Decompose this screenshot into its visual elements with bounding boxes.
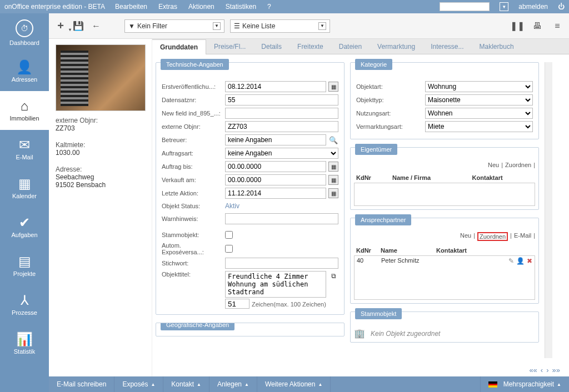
- pager-prev[interactable]: ‹: [541, 366, 543, 374]
- anspr-neu-link[interactable]: Neu: [460, 232, 471, 241]
- menu-bearbeiten[interactable]: Bearbeiten: [115, 3, 147, 11]
- newfield-input[interactable]: [225, 108, 338, 119]
- sidebar-item-projekte[interactable]: ▤Projekte: [0, 247, 49, 285]
- eigentuemer-header: Eigentümer: [355, 144, 397, 155]
- tab-freitexte[interactable]: Freitexte: [290, 39, 331, 54]
- ansprechpartner-box: Ansprechpartner Neu | Zuordnen | E-Mail …: [350, 218, 539, 304]
- edit-icon[interactable]: ✎: [508, 257, 514, 265]
- charcount-hint: Zeichen(max. 100 Zeichen): [252, 301, 326, 308]
- nutzungsart-select[interactable]: Wohnen: [425, 108, 533, 119]
- delete-icon[interactable]: ✖: [527, 257, 532, 265]
- anspr-list[interactable]: 40 Peter Schmitz ✎👤✖: [354, 255, 535, 300]
- eigen-list[interactable]: [354, 183, 535, 206]
- tab-dateien[interactable]: Dateien: [331, 39, 370, 54]
- anspr-email-link[interactable]: E-Mail: [514, 232, 531, 241]
- extern-objnr-value: ZZ703: [56, 124, 145, 132]
- copy-icon[interactable]: ⧉: [328, 271, 338, 281]
- kaltmiete-label: Kaltmiete:: [56, 141, 145, 149]
- warnhinweis-input[interactable]: [225, 213, 338, 224]
- auftragsart-select[interactable]: keine Angaben: [225, 148, 338, 159]
- vermarktungsart-select[interactable]: Miete: [425, 121, 533, 132]
- stichwort-input[interactable]: [225, 258, 338, 269]
- verkauftam-input[interactable]: [225, 174, 326, 185]
- erstveroeff-input[interactable]: [225, 81, 326, 92]
- action-kontakt[interactable]: Kontakt▲: [163, 376, 209, 392]
- logout-link[interactable]: abmelden: [518, 3, 548, 11]
- tab-vermarktung[interactable]: Vermarktung: [370, 39, 423, 54]
- autoexpose-checkbox[interactable]: [225, 245, 233, 253]
- top-menu: Bearbeiten Extras Aktionen Statistiken ?: [115, 3, 271, 11]
- objekttyp-select[interactable]: Maisonette: [425, 94, 533, 105]
- technische-header: Technische-Angaben: [161, 59, 229, 70]
- adresse-label: Adresse:: [56, 165, 145, 173]
- extern-objnr-label: externe Objnr:: [56, 117, 145, 124]
- save-button[interactable]: 💾: [72, 20, 84, 32]
- sidebar-item-dashboard[interactable]: ⏱Dashboard: [0, 13, 49, 52]
- sidebar-item-aufgaben[interactable]: ✔Aufgaben: [0, 208, 49, 247]
- calendar-icon[interactable]: ▦: [328, 162, 338, 172]
- user-select-caret[interactable]: ▼: [500, 2, 508, 11]
- pager-next[interactable]: ›: [546, 366, 548, 374]
- pager-first[interactable]: ««: [529, 366, 537, 374]
- pause-button[interactable]: ❚❚: [511, 20, 523, 32]
- tab-details[interactable]: Details: [253, 39, 290, 54]
- calendar-icon: ▦: [18, 177, 31, 190]
- menu-help[interactable]: ?: [267, 3, 271, 11]
- calendar-icon[interactable]: ▦: [328, 188, 338, 198]
- summary-panel: externe Objnr: ZZ703 Kaltmiete: 1030.00 …: [49, 39, 152, 376]
- objektart-select[interactable]: Wohnung: [425, 81, 533, 92]
- anspr-zuordnen-link[interactable]: Zuordnen: [477, 232, 508, 241]
- list-dropdown[interactable]: ☰ Keine Liste ▼: [230, 19, 330, 33]
- calendar-icon[interactable]: ▦: [328, 82, 338, 92]
- stammobjekt-checkbox[interactable]: [225, 231, 233, 239]
- eigen-neu-link[interactable]: Neu: [488, 162, 499, 168]
- externe-objnr-input[interactable]: [225, 121, 338, 132]
- sidebar-item-adressen[interactable]: 👤Adressen: [0, 52, 49, 91]
- kategorie-box: Kategorie Objektart:Wohnung Objekttyp:Ma…: [350, 62, 539, 139]
- tab-preise[interactable]: Preise/Fl...: [206, 39, 253, 54]
- sidebar-item-prozesse[interactable]: ⅄Prozesse: [0, 285, 49, 324]
- sidebar-item-email[interactable]: ✉E-Mail: [0, 130, 49, 169]
- person-icon: 👤: [16, 61, 33, 74]
- tab-grunddaten[interactable]: Grunddaten: [152, 39, 206, 54]
- vertical-scrollbar[interactable]: [545, 62, 552, 358]
- tab-maklerbuch[interactable]: Maklerbuch: [472, 39, 522, 54]
- action-email[interactable]: E-Mail schreiben: [49, 376, 114, 392]
- action-exposes[interactable]: Exposés▲: [114, 376, 163, 392]
- menu-aktionen[interactable]: Aktionen: [188, 3, 214, 11]
- tab-interesse[interactable]: Interesse...: [423, 39, 471, 54]
- pager-last[interactable]: »»: [552, 366, 560, 374]
- menu-lines-button[interactable]: ≡: [551, 20, 563, 32]
- person-icon[interactable]: 👤: [516, 257, 525, 265]
- power-icon[interactable]: ⏻: [558, 3, 565, 11]
- action-anlegen[interactable]: Anlegen▲: [209, 376, 257, 392]
- auftragbis-input[interactable]: [225, 161, 326, 172]
- funnel-icon: ▼: [128, 22, 135, 30]
- user-select[interactable]: [440, 2, 490, 11]
- add-button[interactable]: +: [54, 20, 67, 32]
- back-button[interactable]: ←: [90, 20, 102, 32]
- action-weitere[interactable]: Weitere Aktionen▲: [257, 376, 331, 392]
- sidebar-item-statistik[interactable]: 📊Statistik: [0, 324, 49, 363]
- menu-extras[interactable]: Extras: [158, 3, 177, 11]
- house-icon: ⌂: [21, 99, 29, 113]
- chart-icon: 📊: [16, 333, 33, 346]
- gauge-icon: ⏱: [16, 19, 33, 37]
- search-icon[interactable]: 🔍: [328, 135, 338, 145]
- property-thumbnail[interactable]: [56, 44, 146, 111]
- objekttitel-textarea[interactable]: Freundliche 4 Zimmer Wohnung am südliche…: [225, 271, 326, 298]
- stammobjekt-text: Kein Objekt zugeordnet: [371, 330, 440, 338]
- print-button[interactable]: 🖶: [531, 20, 543, 32]
- letzteaktion-input[interactable]: [225, 188, 326, 199]
- sidebar-item-kalender[interactable]: ▦Kalender: [0, 169, 49, 208]
- calendar-icon[interactable]: ▦: [328, 175, 338, 185]
- filter-dropdown[interactable]: ▼ Kein Filter ▼: [124, 19, 224, 33]
- action-sprache[interactable]: Mehrsprachigkeit▲: [480, 376, 569, 392]
- betreuer-input[interactable]: [225, 134, 326, 145]
- top-menu-bar: onOffice enterprise edition - BETA Bearb…: [0, 0, 569, 13]
- datensatznr-input[interactable]: [225, 94, 338, 105]
- menu-statistiken[interactable]: Statistiken: [226, 3, 256, 11]
- charcount-input[interactable]: [225, 299, 249, 309]
- sidebar-item-immobilien[interactable]: ⌂Immobilien: [0, 91, 49, 130]
- eigen-zuordnen-link[interactable]: Zuordnen: [505, 162, 531, 168]
